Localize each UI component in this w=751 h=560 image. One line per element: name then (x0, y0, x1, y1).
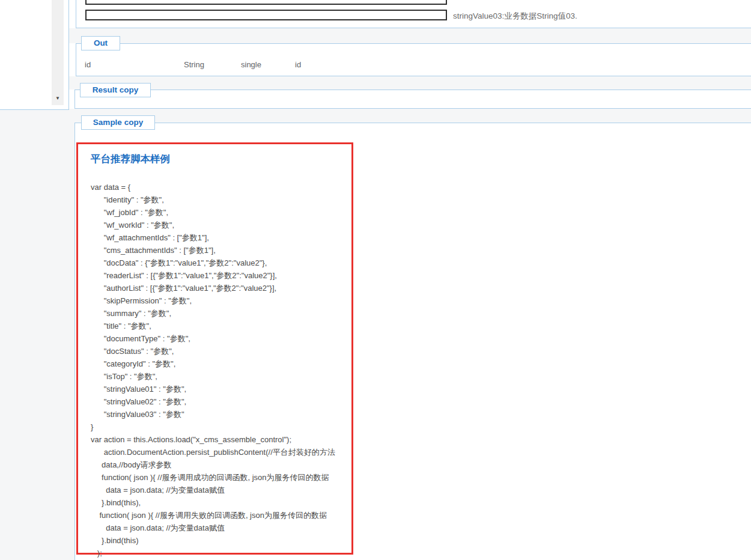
section-gap (68, 109, 751, 123)
form-fieldset: stringValue02:业务数据String值02. stringValue… (76, 0, 751, 28)
left-list-panel: ▼ (0, 0, 69, 110)
stringvalue03-input[interactable] (85, 10, 447, 20)
section-gap (68, 76, 751, 90)
out-column-type: String (184, 60, 204, 69)
stringvalue02-label: stringValue02:业务数据String值02. (453, 0, 577, 1)
out-column-id: id (85, 60, 91, 69)
section-gap (68, 28, 751, 43)
script-sample-title: 平台推荐脚本样例 (91, 153, 351, 166)
stringvalue03-label: stringValue03:业务数据String值03. (453, 11, 577, 22)
result-copy-fieldset (74, 90, 751, 109)
result-copy-legend: Result copy (80, 83, 151, 97)
vertical-scrollbar[interactable]: ▼ (52, 0, 64, 105)
page: ▼ stringValue02:业务数据String值02. stringVal… (0, 0, 751, 560)
out-section-legend: Out (81, 36, 120, 50)
out-column-cardinality: single (241, 60, 261, 69)
out-fieldset: id String single id (76, 43, 751, 76)
script-sample-highlight-box: 平台推荐脚本样例 var data = { "identity" : "参数",… (76, 142, 353, 555)
stringvalue02-input[interactable] (85, 0, 447, 5)
scroll-down-icon[interactable]: ▼ (52, 96, 64, 102)
page-background (0, 110, 76, 560)
script-sample-code: var data = { "identity" : "参数", "wf_jobI… (91, 181, 351, 559)
out-column-name: id (295, 60, 301, 69)
sample-copy-legend: Sample copy (81, 115, 155, 130)
